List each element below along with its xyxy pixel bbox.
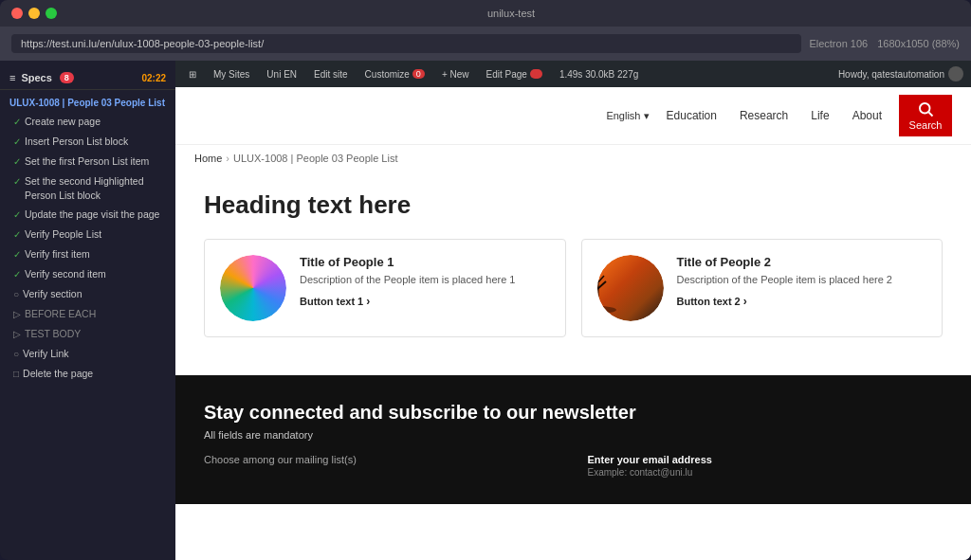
nav-research[interactable]: Research xyxy=(728,103,799,128)
check-icon: ✓ xyxy=(13,208,21,222)
edit-site-label: Edit site xyxy=(314,69,348,80)
svg-point-2 xyxy=(597,306,616,314)
edit-page-badge: 0 xyxy=(530,69,542,79)
people-card-1: Title of People 1 Description of the Peo… xyxy=(204,239,566,337)
nav-education[interactable]: Education xyxy=(655,103,728,128)
sidebar-item-verify-link[interactable]: ○ Verify Link xyxy=(0,344,175,364)
sidebar-specs-icon: ≡ xyxy=(9,72,15,83)
stats-label: 1.49s 30.0kB 227g xyxy=(559,69,638,80)
sidebar-item-label: Verify Link xyxy=(23,347,68,361)
sidebar-section-title: ULUX-1008 | People 03 People List xyxy=(0,94,175,112)
sidebar-timer: 02:22 xyxy=(141,73,166,83)
avatar xyxy=(948,66,963,81)
lang-selector[interactable]: English ▾ xyxy=(606,110,649,122)
my-sites-label: My Sites xyxy=(213,69,249,80)
nav-life-label: Life xyxy=(811,109,829,122)
people-btn-label-2: Button text 2 xyxy=(677,296,741,307)
people-title-2: Title of People 2 xyxy=(677,255,927,269)
sidebar-item-label: Verify first item xyxy=(25,247,90,262)
svg-line-1 xyxy=(928,112,932,116)
nav-life[interactable]: Life xyxy=(799,103,840,128)
wp-customize[interactable]: Customize 0 xyxy=(359,69,431,80)
sidebar-item-verify-first[interactable]: ✓ Verify first item xyxy=(0,244,175,264)
people-btn-1[interactable]: Button text 1 › xyxy=(300,295,550,308)
new-label: + New xyxy=(442,69,469,80)
people-image-2 xyxy=(597,255,664,321)
check-icon: ✓ xyxy=(13,175,21,189)
sidebar-item-label: Set the first Person List item xyxy=(25,154,149,169)
maximize-button[interactable] xyxy=(46,8,57,19)
browser-content: ⊞ My Sites Uni EN Edit site Customize 0 … xyxy=(175,61,971,560)
sidebar-item-delete-page[interactable]: □ Delete the page xyxy=(0,364,175,384)
people-info-1: Title of People 1 Description of the Peo… xyxy=(300,255,550,308)
minimize-button[interactable] xyxy=(28,8,40,19)
sidebar-item-update[interactable]: ✓ Update the page visit the page xyxy=(0,205,175,225)
close-button[interactable] xyxy=(11,8,23,19)
sidebar-item-label: Verify People List xyxy=(25,227,101,242)
sidebar: ≡ Specs 8 02:22 ULUX-1008 | People 03 Pe… xyxy=(0,61,175,560)
sidebar-header: ≡ Specs 8 02:22 xyxy=(0,68,175,90)
nav-items: Education Research Life About xyxy=(655,103,893,128)
title-bar: unilux-test xyxy=(0,0,971,27)
people-card-2: Title of People 2 Description of the Peo… xyxy=(581,239,944,337)
wp-my-sites[interactable]: My Sites xyxy=(208,69,255,80)
wp-new[interactable]: + New xyxy=(436,69,475,80)
wp-edit-page[interactable]: Edit Page 0 xyxy=(481,69,548,80)
people-desc-2: Description of the People item is placed… xyxy=(677,273,927,287)
newsletter-subtitle: All fields are mandatory xyxy=(204,429,943,441)
nav-about[interactable]: About xyxy=(841,103,893,128)
check-icon: ✓ xyxy=(13,248,21,262)
wp-admin-bar: ⊞ My Sites Uni EN Edit site Customize 0 … xyxy=(175,61,971,87)
sidebar-item-test-body[interactable]: ▷ TEST BODY xyxy=(0,324,175,344)
wp-icon: ⊞ xyxy=(189,69,196,80)
people-info-2: Title of People 2 Description of the Peo… xyxy=(677,255,927,308)
sidebar-item-create-page[interactable]: ✓ Create new page xyxy=(0,112,175,132)
main-area: ≡ Specs 8 02:22 ULUX-1008 | People 03 Pe… xyxy=(0,61,971,560)
howdy-section: Howdy, qatestautomation xyxy=(838,66,963,81)
breadcrumb-home[interactable]: Home xyxy=(194,153,222,164)
browser-chrome: https://test.uni.lu/en/ulux-1008-people-… xyxy=(0,27,971,61)
newsletter-email-label: Enter your email address xyxy=(588,454,944,465)
resolution-label: 1680x1050 (88%) xyxy=(877,38,960,49)
sidebar-item-label: Insert Person List block xyxy=(25,135,128,149)
newsletter-email-col: Enter your email address Example: contac… xyxy=(588,454,944,478)
newsletter-row: Choose among our mailing list(s) Enter y… xyxy=(204,454,943,478)
wp-edit-site[interactable]: Edit site xyxy=(308,69,354,80)
check-icon: ✓ xyxy=(13,116,21,129)
wp-logo[interactable]: ⊞ xyxy=(183,69,202,80)
triangle-icon: ▷ xyxy=(13,308,21,321)
people-title-1: Title of People 1 xyxy=(300,255,550,269)
people-avatar-2 xyxy=(597,255,664,321)
people-btn-label-1: Button text 1 xyxy=(300,296,363,307)
wp-uni-en[interactable]: Uni EN xyxy=(261,69,302,80)
breadcrumb-current: ULUX-1008 | People 03 People List xyxy=(233,153,397,164)
page-content: Heading text here Title of People 1 Desc… xyxy=(175,172,971,560)
sidebar-item-label: Create new page xyxy=(25,115,101,129)
page-inner: Heading text here Title of People 1 Desc… xyxy=(175,172,971,375)
electron-label: Electron 106 xyxy=(809,38,868,49)
page-heading: Heading text here xyxy=(204,190,943,220)
svg-line-7 xyxy=(597,276,604,283)
search-icon xyxy=(917,100,934,117)
sidebar-item-verify-people[interactable]: ✓ Verify People List xyxy=(0,225,175,244)
sidebar-item-label: BEFORE EACH xyxy=(25,307,96,321)
edit-page-label: Edit Page xyxy=(486,69,527,80)
search-button[interactable]: Search xyxy=(899,95,952,136)
sidebar-item-verify-section[interactable]: ○ Verify section xyxy=(0,284,175,304)
sidebar-item-set-first[interactable]: ✓ Set the first Person List item xyxy=(0,152,175,172)
sidebar-item-verify-second[interactable]: ✓ Verify second item xyxy=(0,264,175,284)
newsletter-email-placeholder: Example: contact@uni.lu xyxy=(588,467,944,478)
people-btn-2[interactable]: Button text 2 › xyxy=(677,295,927,308)
sidebar-item-insert-block[interactable]: ✓ Insert Person List block xyxy=(0,132,175,152)
nav-about-label: About xyxy=(852,109,882,122)
howdy-label: Howdy, qatestautomation xyxy=(838,69,944,80)
sidebar-item-label: Update the page visit the page xyxy=(25,208,159,222)
newsletter-mailing-col: Choose among our mailing list(s) xyxy=(204,454,559,478)
sidebar-item-set-second[interactable]: ✓ Set the second Highlighted Person List… xyxy=(0,172,175,205)
url-bar[interactable]: https://test.uni.lu/en/ulux-1008-people-… xyxy=(11,34,801,53)
nav-education-label: Education xyxy=(667,109,717,122)
people-list: Title of People 1 Description of the Peo… xyxy=(204,239,943,337)
sidebar-item-before-each[interactable]: ▷ BEFORE EACH xyxy=(0,304,175,324)
dot-icon: ○ xyxy=(13,348,19,361)
customize-label: Customize xyxy=(365,69,410,80)
